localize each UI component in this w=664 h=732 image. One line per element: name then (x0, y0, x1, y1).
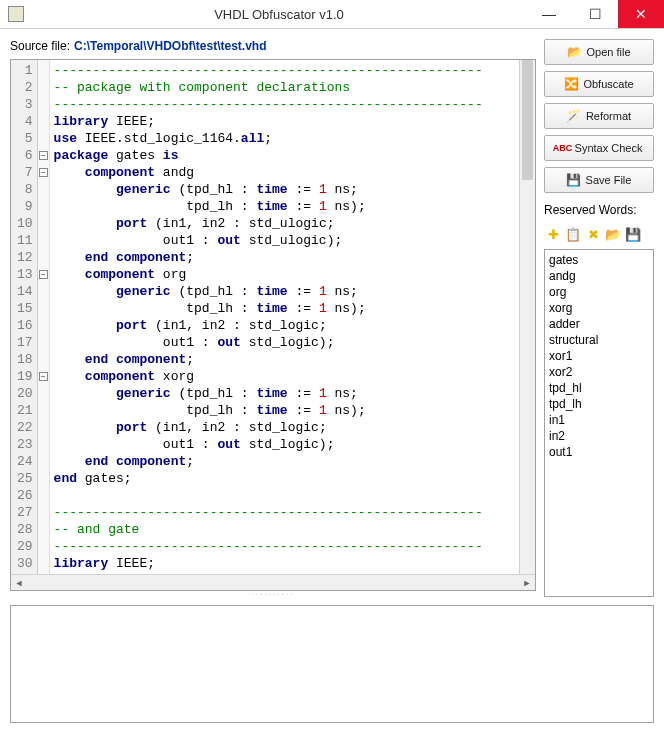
check-icon: ABC (556, 141, 570, 155)
fold-column[interactable]: −− − − (38, 60, 50, 574)
reserved-words-list[interactable]: gatesandgorgxorgadderstructuralxor1xor2t… (544, 249, 654, 597)
code-editor[interactable]: 1234567891011121314151617181920212223242… (10, 59, 536, 591)
app-icon (8, 6, 24, 22)
reserved-word-item[interactable]: in2 (549, 428, 649, 444)
open-file-label: Open file (586, 46, 630, 58)
scroll-left-icon[interactable]: ◄ (11, 575, 27, 590)
titlebar: VHDL Obfuscator v1.0 — ☐ ✕ (0, 0, 664, 29)
scroll-right-icon[interactable]: ► (519, 575, 535, 590)
reformat-button[interactable]: 🪄 Reformat (544, 103, 654, 129)
syntax-label: Syntax Check (575, 142, 643, 154)
minimize-button[interactable]: — (526, 0, 572, 28)
paste-word-icon[interactable]: 📋 (564, 225, 582, 243)
folder-open-icon: 📂 (567, 45, 581, 59)
save-label: Save File (586, 174, 632, 186)
reserved-word-item[interactable]: structural (549, 332, 649, 348)
horizontal-scrollbar[interactable]: ◄ ► (11, 574, 535, 590)
line-gutter: 1234567891011121314151617181920212223242… (11, 60, 38, 574)
save-icon: 💾 (567, 173, 581, 187)
vertical-scrollbar[interactable] (519, 60, 535, 574)
output-panel[interactable] (10, 605, 654, 723)
reserved-word-item[interactable]: xor1 (549, 348, 649, 364)
source-path: C:\Temporal\VHDObf\test\test.vhd (74, 39, 266, 53)
window-title: VHDL Obfuscator v1.0 (32, 7, 526, 22)
maximize-button[interactable]: ☐ (572, 0, 618, 28)
obfuscate-label: Obfuscate (583, 78, 633, 90)
open-list-icon[interactable]: 📂 (604, 225, 622, 243)
reserved-word-item[interactable]: gates (549, 252, 649, 268)
save-list-icon[interactable]: 💾 (624, 225, 642, 243)
source-label: Source file: (10, 39, 70, 53)
obfuscate-icon: 🔀 (564, 77, 578, 91)
reserved-word-item[interactable]: andg (549, 268, 649, 284)
remove-word-icon[interactable]: ✖ (584, 225, 602, 243)
reserved-word-item[interactable]: xorg (549, 300, 649, 316)
reserved-words-label: Reserved Words: (544, 203, 654, 217)
reserved-word-item[interactable]: org (549, 284, 649, 300)
reserved-word-item[interactable]: out1 (549, 444, 649, 460)
syntax-check-button[interactable]: ABC Syntax Check (544, 135, 654, 161)
reserved-word-item[interactable]: in1 (549, 412, 649, 428)
source-file-row: Source file: C:\Temporal\VHDObf\test\tes… (10, 39, 536, 53)
add-word-icon[interactable]: ✚ (544, 225, 562, 243)
close-button[interactable]: ✕ (618, 0, 664, 28)
reformat-label: Reformat (586, 110, 631, 122)
open-file-button[interactable]: 📂 Open file (544, 39, 654, 65)
reserved-word-item[interactable]: tpd_lh (549, 396, 649, 412)
reserved-word-item[interactable]: xor2 (549, 364, 649, 380)
code-area[interactable]: ----------------------------------------… (50, 60, 519, 574)
obfuscate-button[interactable]: 🔀 Obfuscate (544, 71, 654, 97)
reserved-toolbar: ✚ 📋 ✖ 📂 💾 (544, 225, 654, 243)
wand-icon: 🪄 (567, 109, 581, 123)
reserved-word-item[interactable]: adder (549, 316, 649, 332)
save-file-button[interactable]: 💾 Save File (544, 167, 654, 193)
splitter-grip[interactable]: ·········· (10, 591, 536, 597)
reserved-word-item[interactable]: tpd_hl (549, 380, 649, 396)
